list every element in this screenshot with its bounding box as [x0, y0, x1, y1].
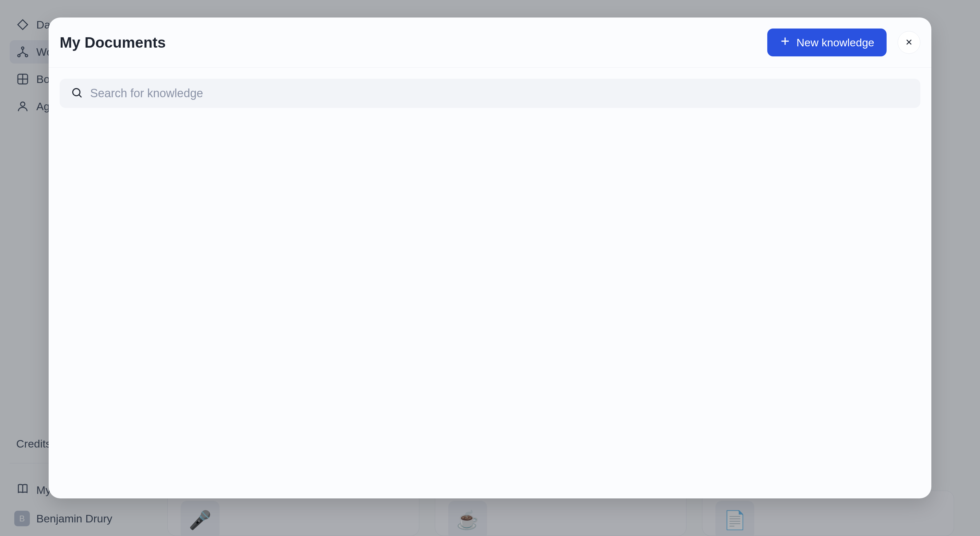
modal-title: My Documents [60, 34, 166, 51]
modal-header-actions: New knowledge [767, 29, 920, 56]
svg-point-5 [73, 89, 80, 95]
plus-icon [780, 36, 791, 49]
my-documents-modal: My Documents New knowledge [49, 17, 931, 498]
search-icon [71, 87, 83, 100]
close-icon [904, 38, 913, 48]
search-input[interactable] [90, 87, 909, 100]
close-button[interactable] [897, 31, 920, 54]
modal-header: My Documents New knowledge [49, 17, 931, 68]
new-knowledge-button[interactable]: New knowledge [767, 29, 887, 56]
modal-body [49, 68, 931, 498]
search-bar[interactable] [60, 79, 920, 108]
new-knowledge-label: New knowledge [797, 36, 874, 49]
